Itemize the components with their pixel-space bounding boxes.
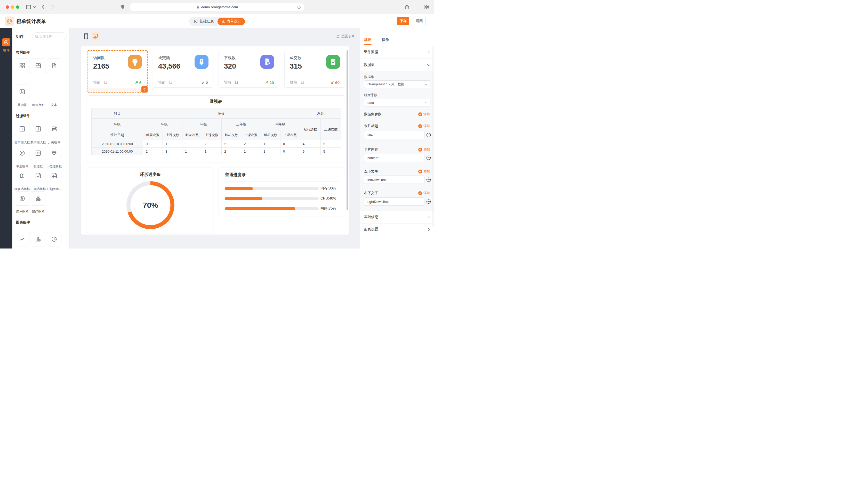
divider <box>158 76 208 76</box>
tab-basic-info[interactable]: 基础信息 <box>190 18 218 25</box>
forward-button[interactable] <box>50 4 55 10</box>
page-title: 橙单统计表单 <box>16 14 46 28</box>
stat-card-downloads[interactable]: 下载数 320 较前一日 ↗20 <box>219 51 279 88</box>
rail-components-button[interactable] <box>2 38 10 46</box>
chevron-down-icon[interactable] <box>33 6 36 8</box>
dataset-select[interactable]: OrangeTest / 卡片一数据 <box>364 81 430 88</box>
yen-download-icon: ¥ <box>195 55 208 69</box>
selected-component-wrapper[interactable]: 访问数 2165 较前一日 ↗6 <box>87 50 148 93</box>
component-text[interactable] <box>47 58 61 73</box>
card-title-input-wrap <box>364 131 425 139</box>
component-search-input[interactable] <box>40 33 65 40</box>
share-icon[interactable] <box>404 4 410 10</box>
pivot-metric: 上课次数 <box>321 118 341 140</box>
row-basic-info[interactable]: 基础信息 <box>360 211 434 223</box>
add-right-down-button[interactable]: 添加 <box>418 191 430 195</box>
canvas-scrollbar[interactable] <box>346 50 348 210</box>
property-inspector: 基础 操作 组件数据 数据集 数据集 OrangeTest / 卡片一数据 绑定… <box>360 28 434 248</box>
component-text-input[interactable] <box>15 122 29 136</box>
remove-card-title-button[interactable] <box>426 133 431 138</box>
component-cascader[interactable] <box>15 169 29 183</box>
phone-icon <box>84 33 88 39</box>
add-card-content-button[interactable]: 添加 <box>418 147 430 152</box>
row-dataset-group[interactable]: 数据集 <box>360 59 434 71</box>
component-hexagon-icon <box>3 40 9 45</box>
right-down-input[interactable] <box>364 198 424 205</box>
back-button-app[interactable]: 返回 <box>413 17 426 25</box>
component-number-input[interactable] <box>31 122 45 136</box>
component-label: 部门选择 <box>28 210 48 214</box>
tab-form-design[interactable]: 表单设计 <box>218 18 245 25</box>
stat-value: 320 <box>224 62 236 70</box>
back-button[interactable] <box>41 4 46 10</box>
component-select[interactable] <box>47 146 61 160</box>
ring-progress-card[interactable]: 环形进度条 70% <box>87 168 213 233</box>
pivot-grade: 三年级 <box>222 118 261 130</box>
pivot-table-card[interactable]: 透视表 科目 语文 总计 年级 一年级 二年级 三年级 <box>87 95 345 162</box>
remove-card-content-button[interactable] <box>426 155 431 160</box>
stat-value: 43,566 <box>158 62 180 70</box>
component-basic-block[interactable] <box>15 58 29 73</box>
delete-component-button[interactable] <box>141 86 148 93</box>
section-chart-components: 图表组件 <box>16 220 30 225</box>
component-user-select[interactable] <box>15 191 29 206</box>
remove-left-down-button[interactable] <box>426 178 431 182</box>
pivot-metric: 上课次数 <box>202 130 222 140</box>
component-image[interactable] <box>15 85 29 99</box>
inspector-scrollbar[interactable] <box>432 46 433 227</box>
compare-label: 较前一日 <box>93 80 108 85</box>
add-card-title-button[interactable]: 添加 <box>418 124 430 128</box>
inspector-tab-actions[interactable]: 操作 <box>382 38 389 42</box>
component-dept-select[interactable] <box>31 191 45 206</box>
chevron-right-icon <box>427 215 430 218</box>
sidebar-toggle-icon[interactable] <box>26 4 31 10</box>
reset-form-button[interactable]: 重置表单 <box>336 34 355 39</box>
trend-down: ↙2 <box>202 80 208 85</box>
component-switch[interactable] <box>47 122 61 136</box>
row-chart-settings[interactable]: 图表设置 <box>360 223 434 236</box>
component-tabs[interactable] <box>31 58 45 73</box>
progress-row-memory: 内存:30% <box>225 187 339 190</box>
new-tab-icon[interactable] <box>414 4 420 10</box>
privacy-shield-icon[interactable] <box>120 4 125 10</box>
component-search[interactable] <box>32 32 67 40</box>
left-down-input[interactable] <box>364 176 424 184</box>
add-param-button[interactable]: 添加 <box>418 112 430 116</box>
table-row: 2020-01-10 00:00:00 01 12 22 10 45 <box>92 140 341 148</box>
progress-bars-card[interactable]: 普通进度条 内存:30% CPU:40% 网络:75% <box>219 168 345 216</box>
inspector-tab-basic[interactable]: 基础 <box>364 38 371 42</box>
component-date-picker[interactable] <box>31 169 45 183</box>
desktop-preview-button[interactable] <box>91 32 99 40</box>
save-button[interactable]: 保存 <box>397 17 409 25</box>
close-window-button[interactable] <box>6 5 9 9</box>
stat-card-visits[interactable]: 访问数 2165 较前一日 ↗6 <box>88 51 147 88</box>
user-icon <box>19 195 26 202</box>
tab-overview-icon[interactable] <box>424 4 430 10</box>
component-date-range[interactable] <box>47 169 61 183</box>
divider <box>224 76 274 76</box>
minimize-window-button[interactable] <box>11 5 14 9</box>
component-bar-chart[interactable] <box>31 232 45 246</box>
component-radio[interactable] <box>15 146 29 160</box>
add-left-down-button[interactable]: 添加 <box>418 169 430 174</box>
mobile-preview-button[interactable] <box>82 32 90 40</box>
checkbox-icon <box>35 150 42 156</box>
pivot-metric: 上课次数 <box>241 130 261 140</box>
remove-right-down-button[interactable] <box>426 199 431 204</box>
refresh-icon[interactable] <box>297 5 301 10</box>
bind-field-select[interactable]: data <box>364 99 430 106</box>
org-tree-icon <box>35 195 42 202</box>
card-content-input[interactable] <box>364 154 424 162</box>
stat-card-deal-amount[interactable]: 成交额 43,566 ¥ 较前一日 ↙2 <box>153 51 213 88</box>
left-rail: 组件 <box>0 28 12 248</box>
trend-up: ↗20 <box>265 80 274 85</box>
stat-card-deals[interactable]: 成交数 315 较前一日 ↙60 <box>284 51 345 88</box>
browser-chrome: demo.orangeforms.com <box>0 0 434 14</box>
card-title-input[interactable] <box>364 131 424 139</box>
component-line-chart[interactable] <box>15 232 29 246</box>
component-pie-chart[interactable] <box>47 232 61 246</box>
component-checkbox[interactable] <box>31 146 45 160</box>
url-bar[interactable]: demo.orangeforms.com <box>130 3 304 11</box>
row-component-data[interactable]: 组件数据 <box>360 46 434 58</box>
zoom-window-button[interactable] <box>16 5 19 9</box>
